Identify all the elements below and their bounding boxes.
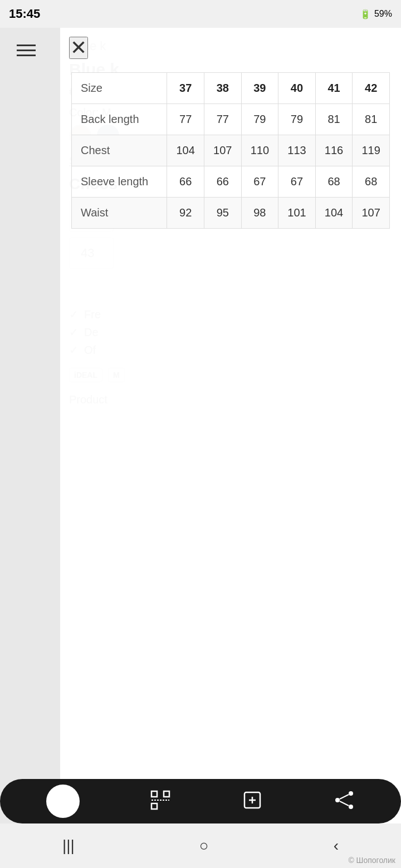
bottom-toolbar bbox=[0, 779, 401, 823]
row-label-back-length: Back length bbox=[72, 104, 167, 135]
sleeve-39: 67 bbox=[241, 166, 278, 198]
svg-rect-2 bbox=[151, 803, 157, 809]
watermark: © Шопоголик bbox=[348, 856, 395, 865]
waist-38: 95 bbox=[204, 198, 241, 229]
battery-icon: 🔋 bbox=[360, 9, 371, 19]
svg-rect-0 bbox=[151, 791, 157, 797]
toolbar-circle-btn[interactable] bbox=[46, 785, 80, 818]
size-chart-overlay: ✕ Size 37 38 39 40 41 42 Back length 77 … bbox=[60, 28, 401, 840]
chest-37: 104 bbox=[167, 135, 204, 166]
sleeve-37: 66 bbox=[167, 166, 204, 198]
chest-41: 116 bbox=[315, 135, 353, 166]
col-header-label: Size bbox=[72, 73, 167, 104]
chest-38: 107 bbox=[204, 135, 241, 166]
edit-icon[interactable] bbox=[241, 789, 263, 813]
chest-39: 110 bbox=[241, 135, 278, 166]
table-row-sleeve-length: Sleeve length 66 66 67 67 68 68 bbox=[72, 166, 390, 198]
size-table: Size 37 38 39 40 41 42 Back length 77 77… bbox=[71, 72, 390, 229]
svg-line-11 bbox=[340, 801, 349, 806]
col-header-39: 39 bbox=[241, 73, 278, 104]
col-header-37: 37 bbox=[167, 73, 204, 104]
table-header-row: Size 37 38 39 40 41 42 bbox=[72, 73, 390, 104]
svg-point-9 bbox=[349, 805, 353, 809]
row-label-sleeve-length: Sleeve length bbox=[72, 166, 167, 198]
sidebar bbox=[0, 28, 60, 868]
chest-42: 119 bbox=[353, 135, 390, 166]
back-length-40: 79 bbox=[278, 104, 316, 135]
row-label-waist: Waist bbox=[72, 198, 167, 229]
col-header-38: 38 bbox=[204, 73, 241, 104]
scan-icon[interactable] bbox=[149, 789, 172, 813]
system-nav-bar: ||| ○ ‹ © Шопоголик bbox=[0, 823, 401, 868]
home-button[interactable]: ○ bbox=[199, 837, 209, 855]
chest-40: 113 bbox=[278, 135, 316, 166]
waist-41: 104 bbox=[315, 198, 353, 229]
battery-percent: 59% bbox=[374, 9, 392, 19]
waist-40: 101 bbox=[278, 198, 316, 229]
svg-point-8 bbox=[335, 798, 340, 802]
close-button[interactable]: ✕ bbox=[69, 37, 88, 59]
status-bar: 15:45 🔋 59% bbox=[0, 0, 401, 28]
back-length-38: 77 bbox=[204, 104, 241, 135]
back-length-41: 81 bbox=[315, 104, 353, 135]
sleeve-40: 67 bbox=[278, 166, 316, 198]
col-header-42: 42 bbox=[353, 73, 390, 104]
sleeve-42: 68 bbox=[353, 166, 390, 198]
hamburger-icon[interactable] bbox=[17, 45, 36, 56]
table-row-back-length: Back length 77 77 79 79 81 81 bbox=[72, 104, 390, 135]
sleeve-38: 66 bbox=[204, 166, 241, 198]
table-row-chest: Chest 104 107 110 113 116 119 bbox=[72, 135, 390, 166]
back-length-39: 79 bbox=[241, 104, 278, 135]
svg-rect-1 bbox=[164, 791, 169, 797]
row-label-chest: Chest bbox=[72, 135, 167, 166]
svg-line-10 bbox=[340, 795, 349, 799]
status-time: 15:45 bbox=[9, 7, 40, 21]
col-header-40: 40 bbox=[278, 73, 316, 104]
back-length-37: 77 bbox=[167, 104, 204, 135]
waist-42: 107 bbox=[353, 198, 390, 229]
waist-37: 92 bbox=[167, 198, 204, 229]
recent-apps-button[interactable]: ||| bbox=[62, 837, 75, 855]
svg-point-7 bbox=[349, 791, 353, 796]
waist-39: 98 bbox=[241, 198, 278, 229]
table-row-waist: Waist 92 95 98 101 104 107 bbox=[72, 198, 390, 229]
share-icon[interactable] bbox=[333, 789, 355, 813]
sleeve-41: 68 bbox=[315, 166, 353, 198]
back-button[interactable]: ‹ bbox=[334, 837, 339, 855]
back-length-42: 81 bbox=[353, 104, 390, 135]
col-header-41: 41 bbox=[315, 73, 353, 104]
status-icons: 🔋 59% bbox=[360, 9, 392, 19]
size-table-container: Size 37 38 39 40 41 42 Back length 77 77… bbox=[71, 72, 390, 229]
